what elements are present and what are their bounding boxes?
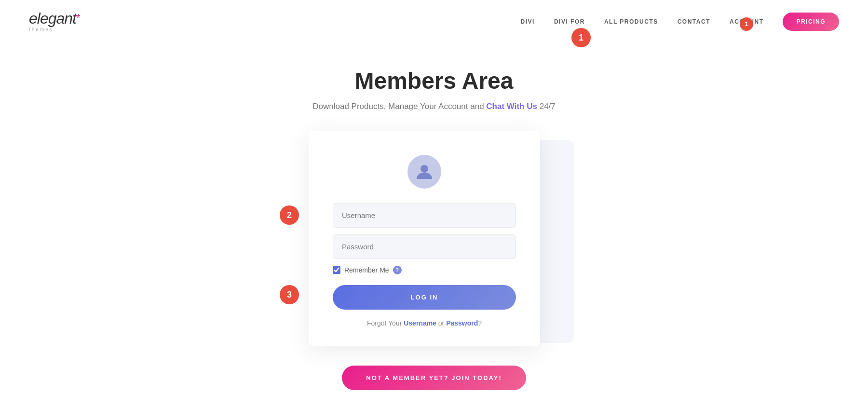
avatar-circle	[407, 155, 441, 189]
forgot-text: Forgot Your Username or Password?	[333, 319, 516, 327]
remember-me-help-icon[interactable]: ?	[393, 266, 402, 274]
svg-point-0	[420, 165, 428, 173]
forgot-after: ?	[478, 319, 482, 327]
pricing-button[interactable]: PRICING	[783, 13, 839, 31]
logo-elegant-text: elegant	[29, 11, 76, 26]
forgot-password-link[interactable]: Password	[446, 319, 478, 327]
login-button[interactable]: LOG IN	[333, 285, 516, 310]
forgot-before: Forgot Your	[367, 319, 404, 327]
password-field-group	[333, 234, 516, 259]
annotation-badge-1: 1	[571, 28, 591, 47]
password-input[interactable]	[333, 234, 516, 259]
logo[interactable]: elegant * themes	[29, 11, 81, 32]
subtitle-text-before: Download Products, Manage Your Account a…	[312, 102, 486, 111]
logo-star-icon: *	[76, 13, 81, 23]
remember-me-label: Remember Me	[344, 266, 389, 274]
page-subtitle: Download Products, Manage Your Account a…	[312, 102, 556, 111]
subtitle-text-after: 24/7	[537, 102, 556, 111]
user-avatar-svg	[414, 162, 434, 182]
nav-account-wrapper: ACCOUNT 1	[730, 18, 764, 25]
join-today-button[interactable]: NOT A MEMBER YET? JOIN TODAY!	[342, 366, 526, 390]
forgot-username-link[interactable]: Username	[404, 319, 436, 327]
nav-item-divi[interactable]: DIVI	[521, 18, 535, 25]
annotation-badge-3: 3	[280, 285, 299, 304]
username-field-group	[333, 203, 516, 228]
annotation-badge-2: 2	[280, 205, 299, 225]
avatar-icon	[333, 155, 516, 189]
nav-item-all-products[interactable]: ALL PRODUCTS	[604, 18, 658, 25]
main-content: Members Area Download Products, Manage Y…	[0, 43, 868, 390]
remember-me-row: Remember Me ?	[333, 266, 516, 274]
account-notification-badge: 1	[740, 17, 753, 31]
nav-item-contact[interactable]: CONTACT	[678, 18, 710, 25]
chat-link[interactable]: Chat With Us	[486, 102, 537, 111]
login-section: 2 3	[309, 131, 559, 361]
remember-me-checkbox[interactable]	[333, 266, 340, 274]
login-card: Remember Me ? LOG IN Forgot Your Usernam…	[309, 131, 540, 346]
card-wrapper: Remember Me ? LOG IN Forgot Your Usernam…	[309, 131, 559, 346]
site-header: elegant * themes DIVI DIVI FOR ALL PRODU…	[0, 0, 868, 43]
main-nav: DIVI DIVI FOR ALL PRODUCTS CONTACT ACCOU…	[521, 13, 839, 31]
page-title: Members Area	[354, 68, 513, 94]
nav-item-divi-for[interactable]: DIVI FOR	[554, 18, 585, 25]
logo-themes-text: themes	[29, 27, 54, 32]
username-input[interactable]	[333, 203, 516, 228]
forgot-or: or	[436, 319, 446, 327]
